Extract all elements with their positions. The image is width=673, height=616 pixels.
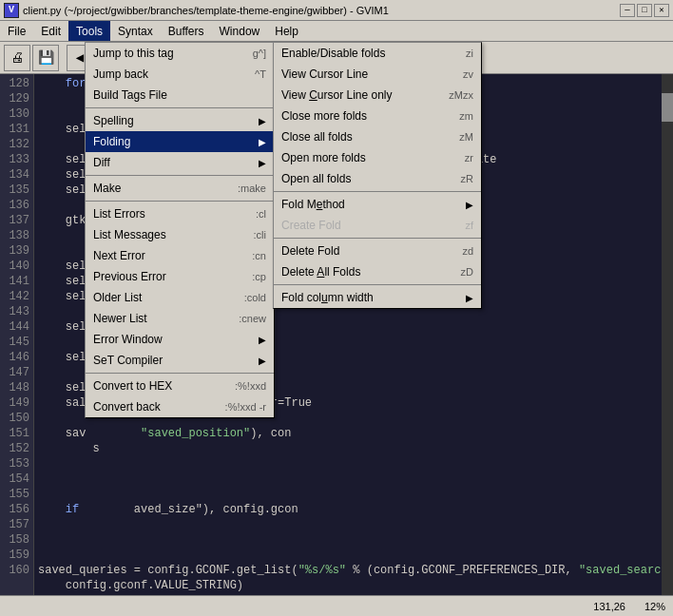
menu-convert-hex[interactable]: Convert to HEX :%!xxd xyxy=(86,375,274,396)
toolbar-print[interactable]: 🖨 xyxy=(4,45,30,71)
menu-edit[interactable]: Edit xyxy=(33,21,68,41)
menu-diff[interactable]: Diff ▶ xyxy=(86,152,274,173)
menu-list-errors[interactable]: List Errors :cl xyxy=(86,203,274,224)
sep3 xyxy=(86,201,274,202)
vertical-scrollbar[interactable] xyxy=(662,74,673,595)
menu-delete-all-folds[interactable]: Delete All Folds zD xyxy=(274,261,481,282)
menu-next-error[interactable]: Next Error :cn xyxy=(86,245,274,266)
menu-create-fold: Create Fold zf xyxy=(274,215,481,236)
menu-fold-column-width[interactable]: Fold column width ▶ xyxy=(274,287,481,308)
menu-list-messages[interactable]: List Messages :cli xyxy=(86,224,274,245)
fold-sep1 xyxy=(274,191,481,192)
menu-view-cursor-line[interactable]: View Cursor Line zv xyxy=(274,64,481,85)
app-icon: V xyxy=(4,3,19,18)
cursor-position: 131,26 xyxy=(593,601,625,612)
menu-set-compiler[interactable]: SeT Compiler ▶ xyxy=(86,350,274,371)
menu-spelling[interactable]: Spelling ▶ xyxy=(86,110,274,131)
titlebar-left: V client.py (~/project/gwibber/branches/… xyxy=(4,3,389,18)
toolbar-save[interactable]: 💾 xyxy=(32,45,59,71)
menu-folding[interactable]: Folding ▶ xyxy=(86,131,274,152)
folding-submenu: Enable/Disable folds zi View Cursor Line… xyxy=(273,42,482,309)
menu-convert-back[interactable]: Convert back :%!xxd -r xyxy=(86,396,274,417)
menu-newer-list[interactable]: Newer List :cnew xyxy=(86,308,274,329)
menu-delete-fold[interactable]: Delete Fold zd xyxy=(274,241,481,261)
minimize-button[interactable]: ─ xyxy=(620,4,635,17)
menu-file[interactable]: File xyxy=(0,21,33,41)
sep1 xyxy=(86,107,274,108)
menu-window[interactable]: Window xyxy=(212,21,268,41)
menu-jump-to-tag[interactable]: Jump to this tag g^] xyxy=(86,43,274,64)
menu-tools[interactable]: Tools xyxy=(68,21,110,41)
menu-jump-back[interactable]: Jump back ^T xyxy=(86,64,274,85)
statusbar: 131,26 12% xyxy=(0,595,673,616)
menu-open-more-folds[interactable]: Open more folds zr xyxy=(274,147,481,168)
titlebar-buttons: ─ □ ✕ xyxy=(620,4,669,17)
menu-build-tags[interactable]: Build Tags File xyxy=(86,85,274,106)
menu-previous-error[interactable]: Previous Error :cp xyxy=(86,266,274,287)
fold-sep2 xyxy=(274,238,481,239)
menu-help[interactable]: Help xyxy=(267,21,306,41)
maximize-button[interactable]: □ xyxy=(637,4,652,17)
scroll-percent: 12% xyxy=(644,601,665,612)
fold-sep3 xyxy=(274,284,481,285)
scrollbar-thumb[interactable] xyxy=(662,93,673,122)
menu-older-list[interactable]: Older List :cold xyxy=(86,287,274,308)
line-numbers: 128 129 130 131 132 133 134 135 136 137 … xyxy=(0,74,34,595)
menu-error-window[interactable]: Error Window ▶ xyxy=(86,329,274,350)
menubar: File Edit Tools Syntax Buffers Window He… xyxy=(0,21,673,42)
menu-buffers[interactable]: Buffers xyxy=(161,21,212,41)
titlebar: V client.py (~/project/gwibber/branches/… xyxy=(0,0,673,21)
menu-view-cursor-line-only[interactable]: View Cursor Line only zMzx xyxy=(274,85,481,106)
tools-dropdown: Jump to this tag g^] Jump back ^T Build … xyxy=(85,42,275,418)
window-title: client.py (~/project/gwibber/branches/te… xyxy=(23,5,389,16)
menu-close-all-folds[interactable]: Close all folds zM xyxy=(274,126,481,147)
menu-make[interactable]: Make :make xyxy=(86,178,274,199)
menu-open-all-folds[interactable]: Open all folds zR xyxy=(274,168,481,189)
sep2 xyxy=(86,175,274,176)
close-button[interactable]: ✕ xyxy=(654,4,669,17)
menu-fold-method[interactable]: Fold Method ▶ xyxy=(274,194,481,215)
menu-close-more-folds[interactable]: Close more folds zm xyxy=(274,106,481,126)
sep4 xyxy=(86,373,274,374)
menu-syntax[interactable]: Syntax xyxy=(110,21,161,41)
menu-enable-disable-folds[interactable]: Enable/Disable folds zi xyxy=(274,43,481,64)
